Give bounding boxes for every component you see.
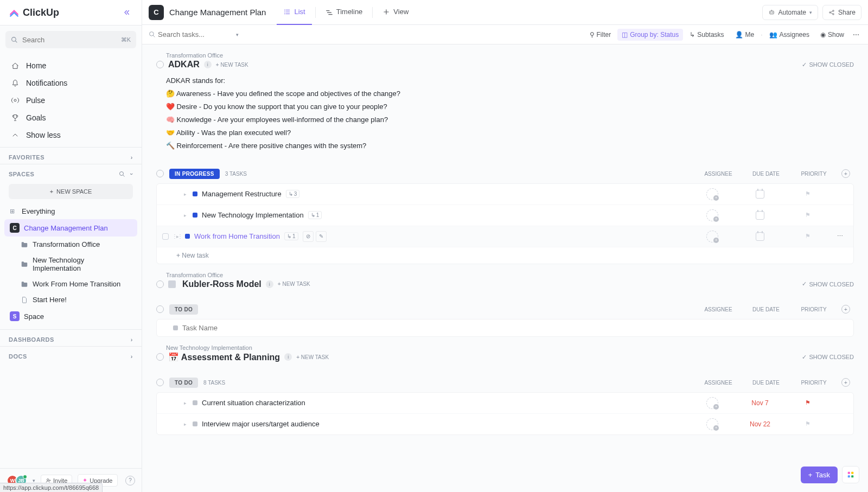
priority-cell[interactable]: ⚑ (784, 233, 832, 240)
task-row[interactable]: ⋮⋮ ▸ Work from Home Transition ↳1 ⊘✎ ⚑ ⋯ (157, 226, 853, 247)
add-column-button[interactable]: + (838, 378, 854, 387)
expand-icon[interactable]: ▸ (184, 400, 188, 406)
date-icon[interactable] (756, 211, 764, 220)
status-circle[interactable] (156, 280, 164, 288)
list-title[interactable]: ADKAR (168, 60, 200, 69)
expand-icon[interactable]: ▸ (184, 191, 188, 197)
sidebar-item-change-management-plan[interactable]: CChange Management Plan (4, 219, 137, 237)
sidebar-search[interactable]: ⌘K (5, 31, 136, 48)
task-name-input[interactable] (182, 324, 273, 332)
new-space-button[interactable]: + NEW SPACE (9, 184, 133, 199)
status-circle[interactable] (156, 353, 164, 361)
task-search-input[interactable] (158, 30, 234, 39)
avatar-dropdown-icon[interactable]: ▾ (33, 478, 35, 483)
view-tab-list[interactable]: List (277, 0, 311, 25)
due-date[interactable]: Nov 7 (751, 399, 768, 407)
list-title[interactable]: Kubler-Ross Model (182, 279, 261, 289)
flag-icon[interactable]: ⚑ (805, 212, 810, 219)
task-row[interactable]: ⋮⋮ ▸ New Technology Implementation ↳1 ⚑ (157, 205, 853, 226)
chevron-down-icon[interactable]: ▾ (236, 32, 239, 37)
new-task-link[interactable]: + NEW TASK (278, 281, 310, 287)
show-closed-button[interactable]: ✓SHOW CLOSED (802, 61, 854, 68)
task-checkbox[interactable] (162, 233, 169, 240)
task-status-square[interactable] (185, 234, 190, 239)
new-task-link[interactable]: + NEW TASK (216, 62, 248, 68)
nav-home[interactable]: Home (4, 57, 137, 74)
task-more-button[interactable]: ⋯ (832, 233, 848, 240)
sidebar-item-transformation-office[interactable]: Transformation Office (4, 237, 137, 252)
groupby-button[interactable]: ◫Group by: Status (617, 29, 683, 41)
subtasks-button[interactable]: ↳Subtasks (685, 29, 728, 41)
filter-button[interactable]: ⚲Filter (585, 29, 616, 41)
drag-handle-icon[interactable]: ⋮⋮ (172, 233, 176, 239)
duedate-cell[interactable] (736, 211, 784, 220)
task-row[interactable]: ⋮⋮ ▸ Management Restructure ↳3 ⚑ (157, 184, 853, 205)
assignee-cell[interactable] (688, 188, 736, 200)
add-column-button[interactable]: + (838, 169, 854, 178)
list-title[interactable]: 📅 Assessment & Planning (168, 352, 280, 362)
flag-icon[interactable]: ⚑ (805, 233, 810, 240)
status-circle[interactable] (156, 379, 164, 386)
me-button[interactable]: 👤Me (731, 29, 759, 41)
dashboards-header[interactable]: DASHBOARDS › (0, 330, 142, 346)
nav-notifications[interactable]: Notifications (4, 74, 137, 92)
expand-icon[interactable]: ▸ (184, 421, 188, 427)
task-status-square[interactable] (193, 213, 197, 218)
assignee-cell[interactable] (688, 418, 736, 430)
sidebar-item-start-here-[interactable]: Start Here! (4, 292, 137, 308)
subtask-count[interactable]: ↳1 (284, 232, 298, 240)
info-icon[interactable]: i (266, 280, 273, 288)
help-button[interactable]: ? (125, 476, 135, 485)
due-date[interactable]: Nov 22 (750, 420, 770, 428)
info-icon[interactable]: i (204, 61, 212, 68)
show-closed-button[interactable]: ✓SHOW CLOSED (802, 280, 854, 287)
view-tab-view[interactable]: View (376, 0, 415, 25)
view-tab-timeline[interactable]: Timeline (319, 0, 369, 25)
sidebar-item-everything[interactable]: ⊞Everything (4, 203, 137, 219)
date-icon[interactable] (756, 190, 764, 199)
space-badge[interactable]: C (149, 5, 164, 20)
docs-header[interactable]: DOCS › (0, 347, 142, 363)
duedate-cell[interactable] (736, 190, 784, 199)
show-closed-button[interactable]: ✓SHOW CLOSED (802, 354, 854, 361)
assignees-button[interactable]: 👥Assignees (765, 29, 814, 41)
assignee-cell[interactable] (688, 209, 736, 221)
more-button[interactable]: ⋯ (851, 29, 861, 41)
status-badge[interactable]: TO DO (169, 378, 198, 388)
task-name[interactable]: Work from Home Transition (194, 232, 280, 240)
priority-cell[interactable]: ⚑ (784, 420, 832, 427)
share-button[interactable]: Share (822, 5, 861, 20)
automate-button[interactable]: Automate ▾ (762, 5, 818, 20)
task-status-square[interactable] (193, 400, 197, 405)
sidebar-item-space[interactable]: SSpace (4, 308, 137, 325)
nav-goals[interactable]: Goals (4, 109, 137, 126)
task-row[interactable]: ⋮⋮ ▸ Current situation characterization … (157, 393, 853, 414)
nav-pulse[interactable]: Pulse (4, 92, 137, 109)
flag-icon[interactable]: ⚑ (805, 190, 810, 197)
duedate-cell[interactable]: Nov 7 (736, 399, 784, 407)
info-icon[interactable]: i (284, 353, 292, 361)
page-title[interactable]: Change Management Plan (169, 8, 266, 17)
flag-icon[interactable]: ⚑ (805, 399, 810, 406)
edit-button[interactable]: ✎ (316, 231, 327, 242)
status-circle[interactable] (156, 305, 164, 313)
task-name[interactable]: Current situation characterization (202, 399, 305, 407)
priority-cell[interactable]: ⚑ (784, 190, 832, 197)
search-icon[interactable] (119, 171, 125, 177)
apps-fab[interactable] (842, 466, 859, 483)
show-button[interactable]: ◉Show (816, 29, 848, 41)
subtask-count[interactable]: ↳3 (286, 190, 300, 198)
task-status-square[interactable] (173, 325, 178, 330)
status-circle[interactable] (156, 170, 164, 177)
task-name[interactable]: Interview major users/target audience (202, 420, 320, 428)
chevron-down-icon[interactable]: › (129, 173, 135, 175)
assignee-cell[interactable] (688, 231, 736, 242)
duedate-cell[interactable]: Nov 22 (736, 420, 784, 428)
subtask-count[interactable]: ↳1 (308, 211, 322, 219)
sidebar-search-input[interactable] (22, 36, 117, 44)
duedate-cell[interactable] (736, 232, 784, 241)
status-badge[interactable]: TO DO (169, 304, 198, 315)
task-name[interactable]: Management Restructure (202, 190, 282, 198)
task-row-new[interactable] (157, 320, 853, 336)
status-circle[interactable] (156, 61, 164, 68)
